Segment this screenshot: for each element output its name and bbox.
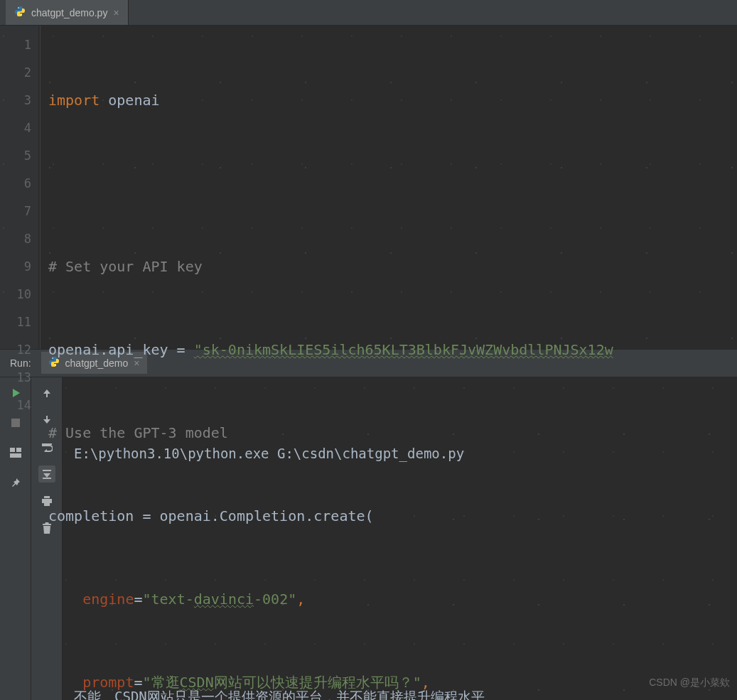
editor-tab-label: chatgpt_demo.py [31, 7, 107, 18]
line-number: 12 [0, 336, 31, 364]
code-identifier: openai [99, 92, 159, 109]
pin-button[interactable] [7, 474, 24, 491]
line-number: 3 [0, 87, 31, 114]
python-file-icon [14, 6, 26, 19]
run-console: E:\python3.10\python.exe G:\csdn\chatgpt… [0, 377, 737, 701]
svg-point-0 [18, 7, 19, 9]
console-line [74, 602, 726, 629]
console-line: 不能。CSDN网站只是一个提供资源的平台，并不能直接提升编程水平。 [74, 683, 726, 701]
line-number: 5 [0, 142, 31, 170]
console-line: E:\python3.10\python.exe G:\csdn\chatgpt… [74, 440, 726, 467]
svg-point-1 [21, 14, 22, 16]
code-text: openai.api_key = [48, 341, 194, 358]
editor-area[interactable]: 1 2 3 4 5 6 7 8 9 10 11 12 13 14 import … [0, 26, 737, 349]
run-actions-toolbar [0, 377, 31, 701]
line-number: 9 [0, 253, 31, 281]
line-number: 6 [0, 170, 31, 198]
line-number: 14 [0, 392, 31, 419]
code-comment: # Set your API key [48, 258, 203, 275]
editor-code[interactable]: import openai # Set your API key openai.… [38, 26, 737, 349]
console-output[interactable]: E:\python3.10\python.exe G:\csdn\chatgpt… [63, 377, 737, 701]
line-number: 2 [0, 59, 31, 87]
svg-rect-6 [16, 448, 21, 452]
line-number: 1 [0, 31, 31, 59]
editor-tabbar: chatgpt_demo.py × [0, 0, 737, 26]
line-number: 10 [0, 281, 31, 308]
svg-rect-4 [11, 419, 20, 427]
line-number-gutter: 1 2 3 4 5 6 7 8 9 10 11 12 13 14 [0, 26, 38, 349]
svg-rect-5 [10, 448, 15, 452]
line-number: 4 [0, 114, 31, 142]
tabbar-spacer [0, 0, 6, 25]
line-number: 11 [0, 308, 31, 336]
layout-button[interactable] [7, 444, 24, 461]
close-icon[interactable]: × [113, 7, 119, 18]
editor-tab-chatgpt-demo[interactable]: chatgpt_demo.py × [6, 0, 129, 25]
svg-rect-7 [10, 453, 21, 458]
console-line [74, 521, 726, 548]
code-string: "sk-0nikmSkLIES5ilch65KLT3BlbkFJvWZWvbdl… [194, 341, 613, 358]
line-number: 13 [0, 364, 31, 392]
line-number: 8 [0, 225, 31, 253]
code-keyword: import [48, 92, 99, 109]
watermark-text: CSDN @是小菜欸 [649, 669, 730, 696]
line-number: 7 [0, 198, 31, 225]
